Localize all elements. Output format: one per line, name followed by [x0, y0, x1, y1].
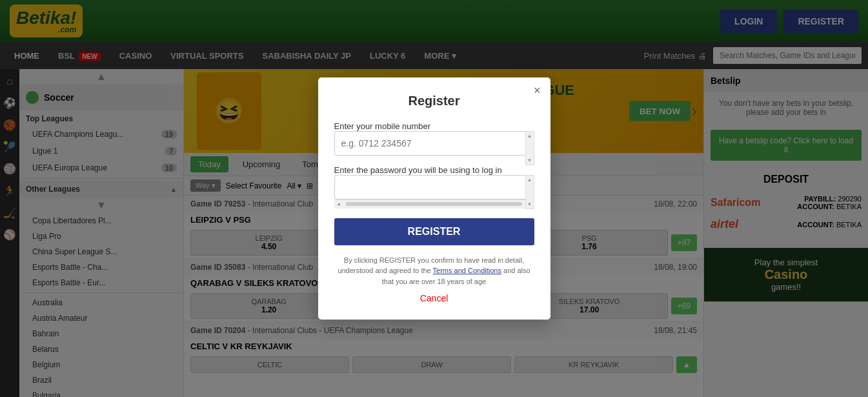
modal-overlay[interactable]: × Register Enter your mobile number ▲ ▼ …: [0, 0, 868, 397]
modal-cancel-button[interactable]: Cancel: [334, 293, 534, 303]
mobile-input[interactable]: [334, 131, 534, 156]
terms-link[interactable]: Terms and Conditions: [433, 267, 501, 274]
password-input[interactable]: [334, 175, 534, 199]
modal-register-button[interactable]: REGISTER: [334, 218, 534, 245]
mobile-label: Enter your mobile number: [334, 121, 431, 131]
password-label: Enter the password you will be using to …: [334, 165, 502, 175]
register-modal: × Register Enter your mobile number ▲ ▼ …: [318, 77, 550, 320]
modal-title: Register: [334, 94, 534, 108]
scroll-up-icon2: ▲: [527, 177, 532, 183]
scroll-up-icon: ▲: [527, 133, 532, 139]
password-scrollbar: ▲ ▼: [525, 175, 534, 209]
mobile-input-wrapper: ▲ ▼: [334, 131, 534, 165]
modal-close-button[interactable]: ×: [534, 84, 541, 97]
scroll-down-icon2: ▼: [527, 201, 532, 207]
mobile-scrollbar: ▲ ▼: [525, 131, 534, 165]
modal-terms: By clicking REGISTER you confirm to have…: [334, 255, 534, 287]
scroll-down-icon: ▼: [527, 158, 532, 163]
password-input-wrapper: ▲ ▼: [334, 175, 534, 209]
